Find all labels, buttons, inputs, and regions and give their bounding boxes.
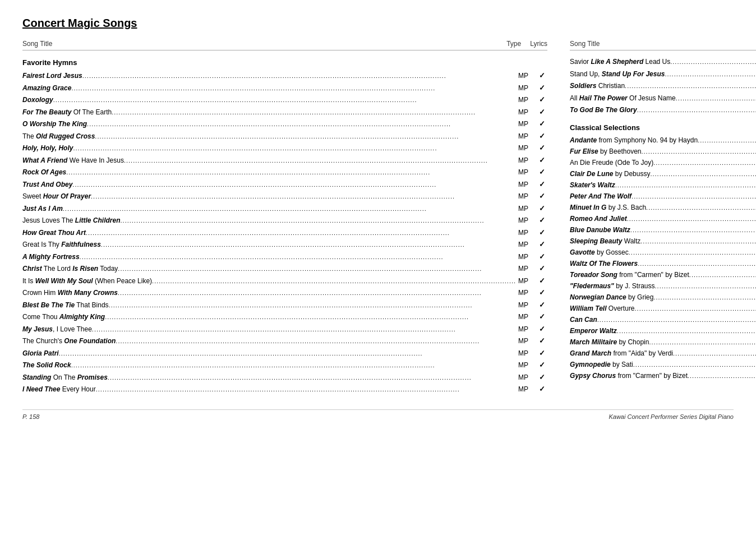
check-icon: ✓ (539, 288, 545, 297)
check-icon: ✓ (539, 325, 545, 333)
song-type: MP (518, 324, 536, 334)
song-title: Peter And The Wolf (570, 191, 756, 201)
dot-leader (92, 325, 516, 334)
check-icon: ✓ (539, 228, 545, 237)
dot-leader (597, 315, 756, 325)
song-title: Toreador Song from "Carmen" by Bizet (570, 270, 756, 280)
song-row: Fur Elise by BeethovenEB (570, 146, 756, 156)
left-column: Song Title Type Lyrics Favorite Hymns Fa… (22, 40, 547, 396)
song-title: Trust And Obey (22, 179, 516, 190)
song-type: MP (518, 83, 536, 93)
song-type: MP (518, 95, 536, 105)
song-title: The Solid Rock (22, 360, 516, 370)
dot-leader (649, 338, 756, 347)
song-title: The Church's One Foundation (22, 336, 516, 346)
song-type: MP (518, 276, 536, 286)
dot-leader (73, 144, 516, 153)
check-icon: ✓ (539, 156, 545, 164)
dot-leader (633, 360, 756, 370)
dot-leader (698, 136, 756, 145)
song-lyrics-check: ✓ (536, 299, 547, 311)
song-row: Emperor WaltzSK (570, 326, 756, 336)
song-row: Can CanSK (570, 315, 756, 325)
classical-list: Andante from Symphony No. 94 by HaydnMPF… (570, 135, 756, 381)
song-row: Norwegian Dance by GriegSK (570, 292, 756, 302)
song-title: "Fledermaus" by J. Strauss (570, 281, 756, 291)
song-row: Fairest Lord JesusMP✓ (22, 70, 547, 81)
dot-leader (640, 237, 756, 246)
right-column: Song Title Type Lyrics Savior Like A She… (570, 40, 756, 396)
song-lyrics-check: ✓ (536, 215, 547, 226)
song-row: It Is Well With My Soul (When Peace Like… (22, 275, 547, 287)
check-icon: ✓ (539, 204, 545, 213)
song-type: MP (518, 191, 536, 201)
song-type: MP (518, 179, 536, 190)
song-title: Stand Up, Stand Up For Jesus (570, 69, 756, 79)
song-row: Blue Danube WaltzSK (570, 225, 756, 235)
song-title: Jesus Loves The Little Children (22, 215, 516, 225)
song-type: MP (518, 312, 536, 322)
song-title: Rock Of Ages (22, 167, 516, 177)
check-icon: ✓ (539, 361, 545, 369)
song-title: Emperor Waltz (570, 326, 756, 336)
dot-leader (650, 169, 756, 179)
check-icon: ✓ (539, 119, 545, 128)
song-type: MP (518, 300, 536, 310)
dot-leader (124, 156, 516, 165)
song-title: Just As I Am (22, 204, 516, 214)
song-row: My Jesus, I Love TheeMP✓ (22, 324, 547, 335)
song-row: Savior Like A Shepherd Lead UsMP✓ (570, 56, 756, 67)
song-lyrics-check: ✓ (536, 70, 547, 81)
song-row: Stand Up, Stand Up For JesusMP✓ (570, 68, 756, 80)
check-icon: ✓ (539, 264, 545, 273)
song-lyrics-check: ✓ (536, 203, 547, 214)
dot-leader (615, 181, 756, 190)
song-title: Doxology (22, 95, 516, 105)
song-lyrics-check: ✓ (536, 263, 547, 274)
song-title: Gavotte by Gossec (570, 247, 756, 257)
dot-leader (655, 282, 756, 291)
song-row: Amazing GraceMP✓ (22, 82, 547, 94)
dot-leader (152, 276, 516, 286)
song-row: Sleeping Beauty WaltzEB (570, 236, 756, 246)
song-title: My Jesus, I Love Thee (22, 324, 516, 334)
song-lyrics-check: ✓ (536, 179, 547, 190)
dot-leader (688, 371, 756, 381)
dot-leader (66, 168, 516, 177)
song-title: Gypsy Chorus from "Carmen" by Bizet (570, 371, 756, 381)
dot-leader (71, 84, 516, 93)
song-title: The Old Rugged Cross (22, 131, 516, 141)
dot-leader (670, 57, 756, 67)
dot-leader (630, 225, 756, 235)
song-title: I Need Thee Every Hour (22, 384, 516, 394)
dot-leader (87, 119, 516, 129)
song-row: Holy, Holy, HolyMP✓ (22, 142, 547, 154)
check-icon: ✓ (539, 336, 545, 345)
song-title: Standing On The Promises (22, 372, 516, 382)
song-row: Romeo And JulietSK (570, 214, 756, 224)
song-row: March Militaire by ChopinSK (570, 337, 756, 347)
song-row: How Great Thou ArtMP✓ (22, 227, 547, 238)
song-row: An Die Freude (Ode To Joy)MP (570, 158, 756, 168)
song-lyrics-check: ✓ (536, 359, 547, 371)
dot-leader (112, 108, 516, 117)
song-title: Great Is Thy Faithfulness (22, 239, 516, 250)
song-row: Crown Him With Many CrownsMP✓ (22, 287, 547, 298)
song-title: Norwegian Dance by Grieg (570, 292, 756, 302)
song-type: MP (518, 348, 536, 358)
song-lyrics-check: ✓ (536, 142, 547, 154)
dot-leader (105, 312, 516, 322)
song-type: MP (518, 143, 536, 153)
song-title: Blue Danube Waltz (570, 225, 756, 235)
dot-leader (625, 81, 756, 91)
check-icon: ✓ (539, 252, 545, 261)
song-row: Gloria PatriMP✓ (22, 348, 547, 359)
right-top-list: Savior Like A Shepherd Lead UsMP✓Stand U… (570, 56, 756, 116)
dot-leader (629, 248, 756, 257)
song-title: March Militaire by Chopin (570, 337, 756, 347)
song-title: Amazing Grace (22, 83, 516, 93)
song-lyrics-check: ✓ (536, 82, 547, 94)
song-lyrics-check: ✓ (536, 94, 547, 105)
song-lyrics-check: ✓ (536, 335, 547, 347)
song-type: MP (518, 119, 536, 129)
